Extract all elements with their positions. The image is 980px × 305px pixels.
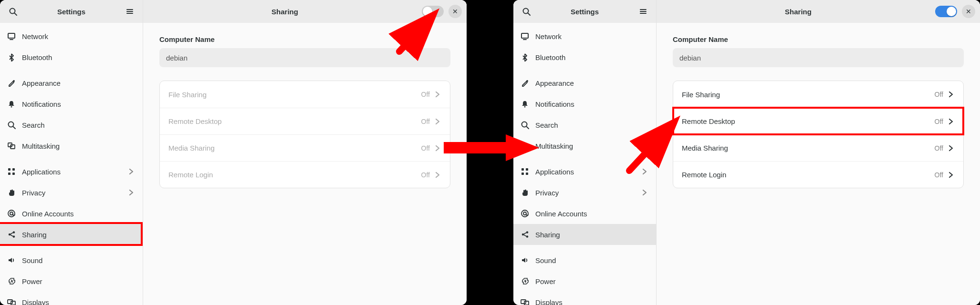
close-button[interactable]: ✕ [448, 5, 462, 18]
chevron-right-icon [433, 90, 442, 99]
sidebar-item-search[interactable]: Search [513, 114, 656, 135]
sidebar-item-label: Online Accounts [22, 210, 136, 218]
sharing-row-remote-login[interactable]: Remote LoginOff [673, 161, 963, 188]
sidebar-item-bluetooth[interactable]: Bluetooth [0, 47, 143, 68]
sharing-row-label: Remote Login [682, 171, 935, 179]
computer-name-input[interactable] [159, 48, 450, 67]
sidebar-item-label: Appearance [22, 79, 136, 87]
sidebar-item-label: Sound [22, 256, 136, 264]
sidebar-title: Settings [534, 8, 635, 16]
close-icon: ✕ [452, 8, 458, 15]
sidebar-item-bluetooth[interactable]: Bluetooth [513, 47, 656, 68]
toggle-knob [423, 7, 432, 16]
hand-icon [7, 188, 16, 197]
sharing-row-file-sharing[interactable]: File SharingOff [673, 81, 963, 108]
settings-window-left: SettingsNetworkBluetoothAppearanceNotifi… [0, 0, 467, 305]
sidebar-item-sharing[interactable]: Sharing [513, 224, 656, 245]
bluetooth-icon [520, 52, 530, 62]
chevron-right-icon [946, 90, 956, 99]
sidebar-item-sharing[interactable]: Sharing [0, 224, 143, 245]
sidebar-list[interactable]: NetworkBluetoothAppearanceNotificationsS… [513, 23, 656, 305]
sharing-row-label: Remote Login [168, 171, 421, 179]
sidebar-item-label: Network [535, 32, 649, 41]
brush-icon [7, 78, 16, 88]
search-icon [7, 120, 16, 130]
windows-icon [7, 141, 16, 151]
sidebar-list[interactable]: NetworkBluetoothAppearanceNotificationsS… [0, 23, 143, 305]
sidebar-item-label: Bluetooth [22, 53, 136, 61]
sidebar-item-sound[interactable]: Sound [513, 250, 656, 271]
sidebar-separator [0, 68, 143, 72]
sidebar-item-appearance[interactable]: Appearance [513, 72, 656, 93]
content-body: Computer NameFile SharingOffRemote Deskt… [657, 23, 980, 201]
close-button[interactable]: ✕ [962, 5, 975, 18]
sidebar-search-button[interactable] [5, 3, 21, 20]
sidebar-item-displays[interactable]: Displays [513, 292, 656, 305]
power-icon [520, 276, 530, 286]
hamburger-icon [638, 7, 648, 16]
sidebar-menu-button[interactable] [122, 3, 138, 20]
sidebar-item-notifications[interactable]: Notifications [513, 93, 656, 114]
sidebar-item-power[interactable]: Power [513, 271, 656, 292]
chevron-right-icon [433, 170, 442, 180]
sharing-row-status: Off [421, 144, 430, 152]
sharing-row-label: File Sharing [682, 91, 935, 99]
content-body: Computer NameFile SharingOffRemote Deskt… [143, 23, 467, 201]
sidebar-item-label: Sound [535, 256, 649, 264]
sidebar-item-notifications[interactable]: Notifications [0, 93, 143, 114]
sidebar-menu-button[interactable] [635, 3, 651, 20]
chevron-right-icon [433, 117, 442, 126]
sidebar-item-online-accounts[interactable]: Online Accounts [513, 203, 656, 224]
content-header: Sharing✕ [657, 0, 980, 23]
sharing-row-remote-desktop[interactable]: Remote DesktopOff [673, 108, 963, 134]
computer-name-label: Computer Name [159, 35, 450, 43]
sidebar-item-label: Notifications [535, 100, 649, 108]
sharing-row-status: Off [935, 171, 943, 179]
sharing-row-status: Off [935, 91, 943, 98]
sharing-row-media-sharing: Media SharingOff [160, 134, 450, 161]
sidebar-item-online-accounts[interactable]: Online Accounts [0, 203, 143, 224]
at-icon [520, 209, 530, 218]
sidebar-item-label: Displays [22, 298, 136, 305]
sidebar-item-network[interactable]: Network [0, 26, 143, 47]
brush-icon [520, 78, 530, 88]
sidebar-item-network[interactable]: Network [513, 26, 656, 47]
computer-name-input[interactable] [673, 48, 964, 67]
sharing-row-status: Off [421, 91, 430, 98]
sidebar-item-applications[interactable]: Applications [513, 161, 656, 182]
sidebar-search-button[interactable] [518, 3, 534, 20]
chevron-right-icon [640, 167, 649, 176]
sidebar-item-appearance[interactable]: Appearance [0, 72, 143, 93]
sharing-options-card: File SharingOffRemote DesktopOffMedia Sh… [673, 81, 964, 188]
bluetooth-icon [7, 52, 16, 62]
sidebar-item-privacy[interactable]: Privacy [0, 182, 143, 203]
sidebar: SettingsNetworkBluetoothAppearanceNotifi… [513, 0, 657, 305]
sharing-master-toggle[interactable] [422, 6, 444, 17]
share-icon [7, 230, 16, 239]
close-icon: ✕ [966, 8, 971, 15]
content-title: Sharing [148, 8, 422, 16]
sidebar-item-displays[interactable]: Displays [0, 292, 143, 305]
search-icon [520, 120, 530, 130]
sidebar-item-applications[interactable]: Applications [0, 161, 143, 182]
sidebar-separator [513, 245, 656, 250]
sharing-master-toggle[interactable] [935, 6, 957, 17]
sidebar-item-power[interactable]: Power [0, 271, 143, 292]
sharing-row-label: Media Sharing [168, 144, 421, 152]
sharing-row-media-sharing[interactable]: Media SharingOff [673, 134, 963, 161]
chevron-right-icon [946, 170, 956, 180]
sidebar-separator [0, 245, 143, 250]
displays-icon [7, 297, 16, 305]
sidebar-item-multitasking[interactable]: Multitasking [0, 135, 143, 156]
speaker-icon [7, 255, 16, 265]
sharing-row-remote-desktop: Remote DesktopOff [160, 108, 450, 134]
sidebar-item-label: Bluetooth [535, 53, 649, 61]
sidebar-item-multitasking[interactable]: Multitasking [513, 135, 656, 156]
settings-window-right: SettingsNetworkBluetoothAppearanceNotifi… [513, 0, 980, 305]
sidebar-item-label: Multitasking [22, 142, 136, 150]
sidebar-item-sound[interactable]: Sound [0, 250, 143, 271]
sidebar: SettingsNetworkBluetoothAppearanceNotifi… [0, 0, 143, 305]
sidebar-item-label: Privacy [535, 189, 634, 197]
sidebar-item-privacy[interactable]: Privacy [513, 182, 656, 203]
sidebar-item-search[interactable]: Search [0, 114, 143, 135]
